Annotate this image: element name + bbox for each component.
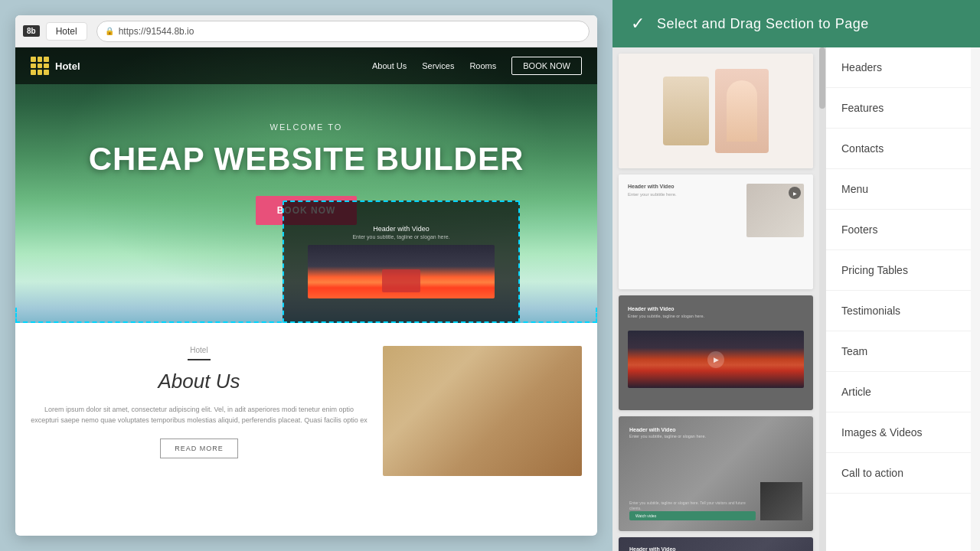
browser-url[interactable]: 🔒 https://91544.8b.io bbox=[96, 21, 590, 42]
template-thumb-2[interactable]: Header with Video Enter your subtitle he… bbox=[619, 174, 813, 289]
drag-preview-label: Header with VideoEnter you subtitle, tag… bbox=[352, 225, 449, 240]
hero-section: Hotel About Us Services Rooms BOOK NOW W… bbox=[15, 47, 597, 323]
right-panel-title: Select and Drag Section to Page bbox=[657, 16, 869, 32]
nav-rooms[interactable]: Rooms bbox=[469, 61, 496, 70]
lock-icon: 🔒 bbox=[105, 27, 114, 35]
category-headers[interactable]: Headers bbox=[826, 47, 971, 88]
about-text-area: Hotel About Us Lorem ipsum dolor sit ame… bbox=[31, 346, 368, 458]
category-article[interactable]: Article bbox=[826, 372, 971, 412]
nav-about[interactable]: About Us bbox=[372, 61, 407, 70]
category-pricing-tables[interactable]: Pricing Tables bbox=[826, 250, 971, 291]
category-features[interactable]: Features bbox=[826, 88, 971, 129]
template-thumb-4[interactable]: Header with Video Enter you subtitle, ta… bbox=[619, 416, 813, 531]
nav-services[interactable]: Services bbox=[422, 61, 454, 70]
logo-text: Hotel bbox=[55, 60, 80, 72]
about-read-more-button[interactable]: READ MORE bbox=[160, 439, 238, 458]
browser-window: 8b Hotel 🔒 https://91544.8b.io Hotel bbox=[15, 15, 597, 536]
browser-tab[interactable]: Hotel bbox=[46, 22, 87, 41]
about-title: About Us bbox=[31, 370, 368, 393]
site-nav-bar: Hotel About Us Services Rooms BOOK NOW bbox=[15, 47, 597, 84]
url-text: https://91544.8b.io bbox=[119, 26, 194, 37]
drag-preview-image bbox=[308, 245, 495, 298]
scroll-thumb bbox=[819, 47, 825, 109]
template-thumb-3[interactable]: Header with Video Enter you subtitle, ta… bbox=[619, 295, 813, 410]
nav-book-button[interactable]: BOOK NOW bbox=[511, 57, 582, 75]
category-menu[interactable]: Menu bbox=[826, 169, 971, 210]
about-divider bbox=[188, 359, 211, 360]
hero-subtitle: WELCOME TO bbox=[15, 122, 597, 132]
category-testimonials[interactable]: Testimonials bbox=[826, 291, 971, 331]
right-panel: ✓ Select and Drag Section to Page bbox=[612, 0, 980, 551]
site-logo: Hotel bbox=[31, 57, 80, 75]
nav-links: About Us Services Rooms BOOK NOW bbox=[372, 57, 582, 75]
drag-preview: Header with VideoEnter you subtitle, tag… bbox=[284, 202, 518, 321]
template-thumb-5[interactable]: Header with Video Enter you subtitle, ta… bbox=[619, 537, 813, 551]
logo-icon bbox=[31, 57, 49, 75]
category-team[interactable]: Team bbox=[826, 331, 971, 372]
check-icon: ✓ bbox=[631, 14, 645, 34]
hero-background: Hotel About Us Services Rooms BOOK NOW W… bbox=[15, 47, 597, 323]
browser-logo: 8b bbox=[23, 25, 40, 37]
right-panel-header: ✓ Select and Drag Section to Page bbox=[612, 0, 980, 47]
scroll-indicator[interactable] bbox=[819, 47, 825, 551]
about-label: Hotel bbox=[31, 346, 368, 354]
category-nav: Headers Features Contacts Menu Footers P… bbox=[825, 47, 971, 551]
category-footers[interactable]: Footers bbox=[826, 210, 971, 250]
hero-title: CHEAP WEBSITE BUILDER bbox=[15, 141, 597, 178]
right-panel-body: Header with Video Enter your subtitle he… bbox=[612, 47, 980, 551]
about-body-text: Lorem ipsum dolor sit amet, consectetur … bbox=[31, 404, 368, 426]
category-contacts[interactable]: Contacts bbox=[826, 129, 971, 169]
left-panel: 8b Hotel 🔒 https://91544.8b.io Hotel bbox=[0, 0, 612, 551]
about-section: Hotel About Us Lorem ipsum dolor sit ame… bbox=[15, 323, 597, 499]
browser-bar: 8b Hotel 🔒 https://91544.8b.io bbox=[15, 15, 597, 47]
about-image bbox=[383, 346, 582, 476]
category-call-to-action[interactable]: Call to action bbox=[826, 453, 971, 494]
category-images-videos[interactable]: Images & Videos bbox=[826, 412, 971, 453]
drag-section-overlay[interactable]: Header with VideoEnter you subtitle, tag… bbox=[283, 201, 520, 323]
thumbnails-panel[interactable]: Header with Video Enter your subtitle he… bbox=[612, 47, 819, 551]
template-thumb-1[interactable] bbox=[619, 54, 813, 168]
